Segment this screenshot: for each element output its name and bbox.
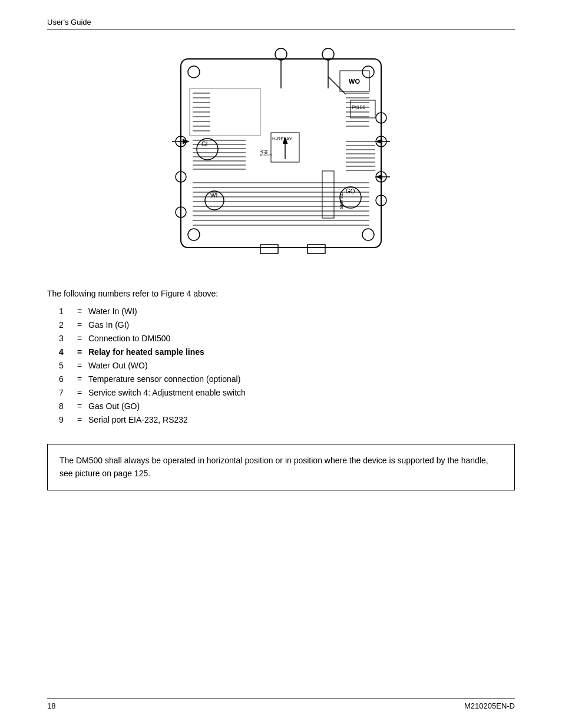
list-item-number: 3 <box>59 332 71 345</box>
list-item: 4=Relay for heated sample lines <box>59 346 515 358</box>
list-item-description: Gas In (GI) <box>88 319 515 331</box>
list-item-description: Serial port EIA-232, RS232 <box>88 414 515 426</box>
svg-point-4 <box>362 229 374 241</box>
intro-text: The following numbers refer to Figure 4 … <box>47 289 515 298</box>
page-header: User's Guide <box>47 18 515 29</box>
list-item: 2=Gas In (GI) <box>59 319 515 331</box>
list-item-equals: = <box>71 319 88 331</box>
list-item-equals: = <box>71 373 88 386</box>
list-item-description: Water In (WI) <box>88 305 515 318</box>
svg-text:SERIAL: SERIAL <box>339 192 344 209</box>
svg-text:GO: GO <box>346 188 355 195</box>
list-item-number: 8 <box>59 400 71 413</box>
svg-rect-82 <box>260 245 278 253</box>
list-item-equals: = <box>71 387 88 399</box>
svg-point-1 <box>188 66 200 78</box>
list-item-number: 4 <box>59 346 71 358</box>
svg-text:ON: ON <box>264 150 268 157</box>
info-box: The DM500 shall always be operated in ho… <box>47 444 515 490</box>
list-item-equals: = <box>71 360 88 372</box>
svg-text:WO: WO <box>349 78 360 85</box>
list-item-equals: = <box>71 305 88 318</box>
list-item-number: 5 <box>59 360 71 372</box>
list-item-description: Service switch 4: Adjustment enable swit… <box>88 387 515 399</box>
page-footer: 18 M210205EN-D <box>47 699 515 710</box>
list-item: 7=Service switch 4: Adjustment enable sw… <box>59 387 515 399</box>
circuit-diagram: WO Pt100 GI H-RELAY SW ON 3 <box>146 41 416 271</box>
list-item-number: 6 <box>59 373 71 386</box>
list-item-description: Connection to DMI500 <box>88 332 515 345</box>
list-item-equals: = <box>71 400 88 413</box>
list-item-equals: = <box>71 414 88 426</box>
list-item-number: 9 <box>59 414 71 426</box>
svg-point-3 <box>188 229 200 241</box>
list-item: 6=Temperature sensor connection (optiona… <box>59 373 515 386</box>
svg-point-2 <box>362 66 374 78</box>
list-item-number: 2 <box>59 319 71 331</box>
info-box-text: The DM500 shall always be operated in ho… <box>59 454 503 480</box>
header-title: User's Guide <box>47 18 91 27</box>
svg-text:WI: WI <box>210 192 217 199</box>
list-item-number: 1 <box>59 305 71 318</box>
list-item: 8=Gas Out (GO) <box>59 400 515 413</box>
numbered-list: 1=Water In (WI)2=Gas In (GI)3=Connection… <box>59 305 515 426</box>
diagram-container: WO Pt100 GI H-RELAY SW ON 3 <box>47 41 515 271</box>
list-item: 3=Connection to DMI500 <box>59 332 515 345</box>
list-item-number: 7 <box>59 387 71 399</box>
list-item-equals: = <box>71 346 88 358</box>
footer-page-number: 18 <box>47 701 55 710</box>
footer-doc-number: M210205EN-D <box>464 701 515 710</box>
list-item-description: Relay for heated sample lines <box>88 346 515 358</box>
list-item: 5=Water Out (WO) <box>59 360 515 372</box>
svg-rect-83 <box>308 245 325 253</box>
svg-text:H-RELAY: H-RELAY <box>272 136 293 141</box>
list-item: 1=Water In (WI) <box>59 305 515 318</box>
svg-text:SW: SW <box>260 149 264 156</box>
svg-text:3: 3 <box>268 154 272 156</box>
list-item-description: Temperature sensor connection (optional) <box>88 373 515 386</box>
page-container: User's Guide WO Pt100 <box>0 0 562 728</box>
list-item: 9=Serial port EIA-232, RS232 <box>59 414 515 426</box>
list-item-description: Water Out (WO) <box>88 360 515 372</box>
list-item-equals: = <box>71 332 88 345</box>
list-item-description: Gas Out (GO) <box>88 400 515 413</box>
